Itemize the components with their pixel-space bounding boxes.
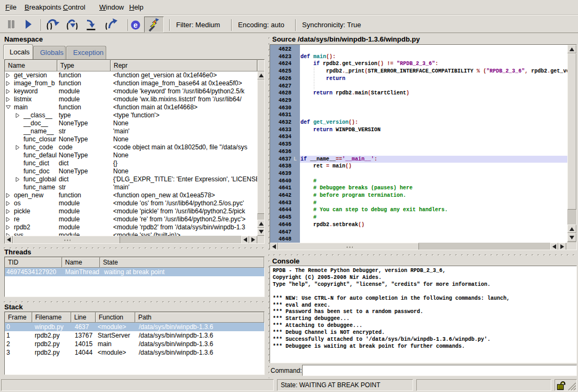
svg-text:e: e <box>133 21 138 29</box>
